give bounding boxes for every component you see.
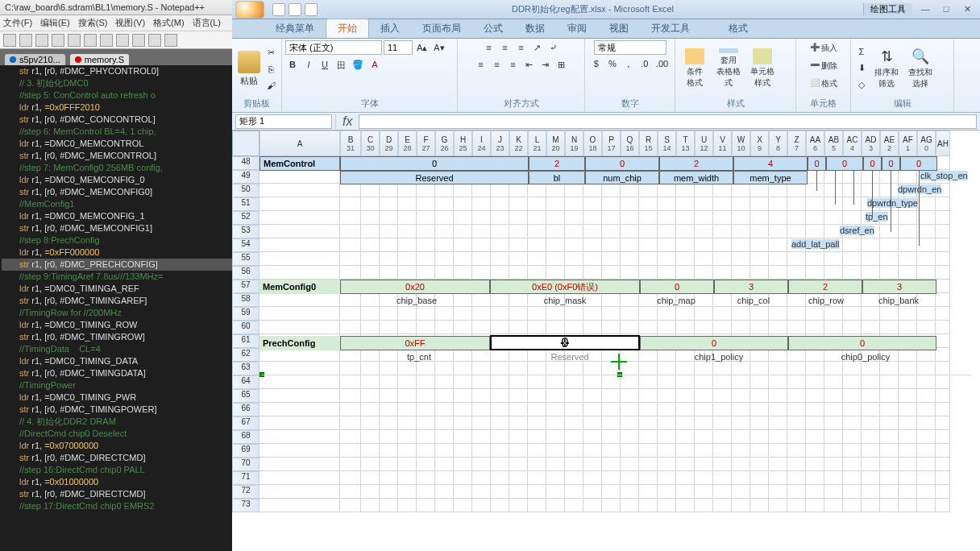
currency-button[interactable]: $ [589,56,604,71]
border-button[interactable]: 田 [334,57,348,74]
comma-button[interactable]: , [621,56,636,71]
row-header-53[interactable]: 53 [232,225,260,238]
row-header-59[interactable]: 59 [232,307,260,321]
row-header-62[interactable]: 62 [232,348,260,362]
col-header-O[interactable]: O18 [583,130,602,156]
tab-dev[interactable]: 开发工具 [640,19,701,38]
col-header-Z[interactable]: Z7 [787,130,806,156]
row-header-61[interactable]: 61 [232,334,260,348]
italic-button[interactable]: I [301,57,316,74]
sort-filter-button[interactable]: ⇅排序和 筛选 [870,46,903,91]
col-header-Y[interactable]: Y8 [769,130,787,156]
paste-icon[interactable] [116,34,129,47]
menu-lang[interactable]: 语言(L) [193,17,221,29]
col-header-AC[interactable]: AC4 [843,130,862,156]
col-header-S[interactable]: S14 [658,130,676,156]
formula-bar[interactable] [359,114,977,129]
font-color-button[interactable]: A [368,57,382,74]
row-header-55[interactable]: 55 [232,252,260,266]
table-format-button[interactable]: 套用 表格格式 [712,46,745,91]
save-icon[interactable] [35,34,48,47]
cell-style-button[interactable]: 单元格 样式 [746,46,779,91]
row-header-72[interactable]: 72 [232,485,260,499]
col-header-AA[interactable]: AA6 [806,130,824,156]
row-header-50[interactable]: 50 [232,184,260,197]
tab-insert[interactable]: 插入 [369,19,411,38]
align-center-button[interactable]: ≡ [490,57,505,72]
row-header-58[interactable]: 58 [232,293,260,307]
col-header-R[interactable]: R15 [639,130,658,156]
tab-format[interactable]: 格式 [717,19,759,38]
col-header-I[interactable]: I24 [472,130,491,156]
tab-formula[interactable]: 公式 [472,19,514,38]
tab-layout[interactable]: 页面布局 [411,19,472,38]
fx-icon[interactable]: fx [335,114,359,129]
find-icon[interactable] [164,34,177,47]
col-header-F[interactable]: F27 [417,130,435,156]
indent-inc-button[interactable]: ⇥ [538,57,553,72]
dec-decimal-button[interactable]: .00 [654,56,671,71]
tab-view[interactable]: 视图 [598,19,640,38]
row-header-71[interactable]: 71 [232,471,260,485]
col-header-AB[interactable]: AB5 [824,130,843,156]
inc-decimal-button[interactable]: .0 [637,56,652,71]
row-header-51[interactable]: 51 [232,197,260,211]
col-header-A[interactable]: A [260,130,340,156]
col-header-X[interactable]: X9 [750,130,769,156]
col-header-G[interactable]: G26 [435,130,454,156]
align-mid-button[interactable]: ≡ [498,40,513,56]
col-header-V[interactable]: V11 [713,130,732,156]
bold-button[interactable]: B [285,57,300,74]
indent-dec-button[interactable]: ⇤ [522,57,537,72]
row-header-49[interactable]: 49 [232,170,260,184]
font-size-select[interactable] [384,40,413,55]
drawing-tools-tab[interactable]: 绘图工具 [863,3,912,15]
save-icon[interactable] [272,3,285,16]
align-bot-button[interactable]: ≡ [514,40,529,56]
col-header-T[interactable]: T13 [676,130,695,156]
tab-data[interactable]: 数据 [514,19,556,38]
undo-icon[interactable] [289,3,301,16]
close-icon[interactable]: ✕ [957,4,977,14]
align-left-button[interactable]: ≡ [474,57,488,72]
menu-search[interactable]: 搜索(S) [78,17,108,29]
orientation-button[interactable]: ↗ [530,40,545,56]
print-icon[interactable] [68,34,81,47]
col-header-B[interactable]: B31 [340,130,361,156]
cond-format-button[interactable]: 条件 格式 [679,46,711,91]
col-header-AE[interactable]: AE2 [880,130,899,156]
row-header-63[interactable]: 63 [232,362,260,375]
number-format-select[interactable] [594,40,666,55]
col-header-AF[interactable]: AF1 [899,130,917,156]
autosum-button[interactable]: Σ [854,44,869,59]
cut-icon[interactable] [84,34,97,47]
prechconfig-f1-selected[interactable]: 0✛ [490,335,640,350]
col-header-AD[interactable]: AD3 [862,130,880,156]
undo-icon[interactable] [132,34,145,47]
menu-format[interactable]: 格式(M) [153,17,185,29]
row-header-60[interactable]: 60 [232,321,260,334]
col-header-D[interactable]: D29 [380,130,398,156]
new-icon[interactable] [3,34,16,47]
copy-icon[interactable] [100,34,113,47]
grow-font-button[interactable]: A▴ [414,40,430,56]
worksheet[interactable]: AB31C30D29E28F27G26H25I24J23K22L21M20N19… [232,130,980,551]
tab-memory-s[interactable]: memory.S [70,54,129,65]
col-header-J[interactable]: J23 [491,130,509,156]
paste-button[interactable]: 粘贴 [235,46,262,91]
menu-edit[interactable]: 编辑(E) [40,17,70,29]
row-header-68[interactable]: 68 [232,430,260,444]
format-cells-button[interactable]: ⬜格式 [808,76,840,92]
col-header-M[interactable]: M20 [546,130,565,156]
row-header-65[interactable]: 65 [232,389,260,403]
merge-button[interactable]: ⊞ [554,57,569,72]
row-header-66[interactable]: 66 [232,403,260,416]
row-header-54[interactable]: 54 [232,238,260,252]
row-header-73[interactable]: 73 [232,499,260,512]
align-right-button[interactable]: ≡ [506,57,521,72]
minimize-icon[interactable]: — [916,4,935,14]
col-header-AH[interactable]: AH [936,130,950,156]
col-header-E[interactable]: E28 [398,130,417,156]
align-top-button[interactable]: ≡ [482,40,496,56]
clear-button[interactable]: ◇ [854,77,869,93]
